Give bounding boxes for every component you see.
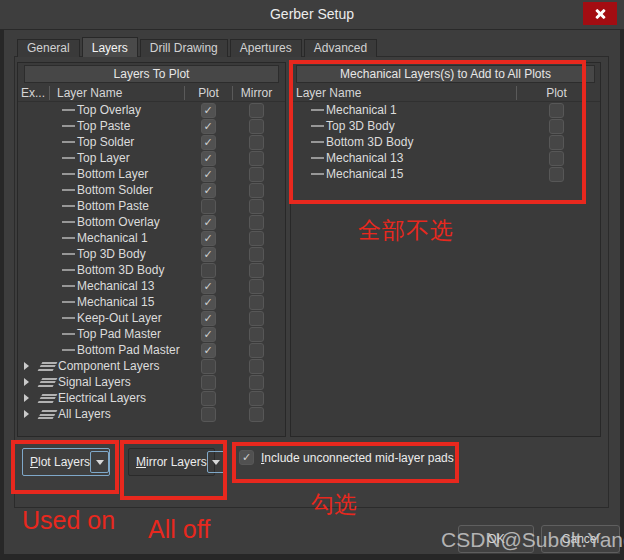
plot-checkbox[interactable] — [201, 375, 216, 390]
mirror-checkbox[interactable] — [249, 151, 264, 166]
column-plot[interactable]: Plot — [516, 86, 596, 100]
column-layer-name[interactable]: Layer Name — [49, 86, 184, 100]
plot-checkbox[interactable]: ✓ — [201, 135, 216, 150]
plot-checkbox[interactable] — [201, 359, 216, 374]
mirror-checkbox[interactable] — [249, 183, 264, 198]
plot-layers-dropdown-arrow[interactable] — [90, 451, 109, 473]
plot-checkbox[interactable]: ✓ — [201, 231, 216, 246]
mirror-checkbox[interactable] — [249, 295, 264, 310]
plot-checkbox[interactable] — [549, 135, 564, 150]
mirror-checkbox[interactable] — [249, 167, 264, 182]
plot-checkbox[interactable]: ✓ — [201, 215, 216, 230]
plot-checkbox[interactable] — [549, 103, 564, 118]
tab-layers[interactable]: Layers — [82, 37, 138, 57]
plot-checkbox[interactable]: ✓ — [201, 119, 216, 134]
column-layer-name[interactable]: Layer Name — [291, 86, 516, 100]
mirror-checkbox[interactable] — [249, 119, 264, 134]
include-unconnected-pads-label: Include unconnected mid-layer pads — [261, 451, 454, 465]
mirror-checkbox[interactable] — [249, 231, 264, 246]
expand-arrow-icon[interactable] — [24, 394, 32, 402]
layer-row[interactable]: All Layers — [18, 406, 285, 422]
cancel-button[interactable]: Cancel — [541, 525, 620, 553]
mirror-checkbox[interactable] — [249, 327, 264, 342]
layer-name-label: Top Pad Master — [77, 327, 161, 341]
layer-row[interactable]: Signal Layers — [18, 374, 285, 390]
plot-checkbox[interactable]: ✓ — [201, 167, 216, 182]
mirror-checkbox[interactable] — [249, 263, 264, 278]
tab-drill-drawing[interactable]: Drill Drawing — [140, 39, 228, 57]
column-mirror[interactable]: Mirror — [232, 86, 280, 100]
plot-layers-dropdown-button[interactable]: Plot Layers — [22, 448, 110, 476]
layer-row[interactable]: Bottom Solder ✓ — [18, 182, 285, 198]
plot-checkbox[interactable]: ✓ — [201, 311, 216, 326]
plot-checkbox[interactable]: ✓ — [201, 247, 216, 262]
plot-checkbox[interactable] — [201, 263, 216, 278]
layer-row[interactable]: Bottom Pad Master ✓ — [18, 342, 285, 358]
include-unconnected-pads-checkbox[interactable]: ✓ — [239, 450, 254, 465]
title-bar[interactable]: Gerber Setup — [0, 0, 624, 30]
mirror-layers-dropdown-button[interactable]: Mirror Layers — [128, 448, 215, 476]
layer-row[interactable]: Electrical Layers — [18, 390, 285, 406]
plot-checkbox[interactable] — [549, 167, 564, 182]
plot-checkbox[interactable]: ✓ — [201, 343, 216, 358]
mirror-checkbox[interactable] — [249, 311, 264, 326]
expand-arrow-icon[interactable] — [24, 362, 32, 370]
plot-checkbox[interactable] — [201, 391, 216, 406]
plot-checkbox[interactable] — [549, 119, 564, 134]
layer-row[interactable]: Bottom Overlay ✓ — [18, 214, 285, 230]
layer-color-icon — [62, 157, 75, 159]
tab-general[interactable]: General — [17, 39, 80, 57]
layer-row[interactable]: Component Layers — [18, 358, 285, 374]
expand-arrow-icon[interactable] — [24, 378, 32, 386]
layer-row[interactable]: Top Pad Master ✓ — [18, 326, 285, 342]
layer-row[interactable]: Mechanical 13 — [291, 150, 600, 166]
plot-checkbox[interactable]: ✓ — [201, 151, 216, 166]
mechanical-layers-column-header[interactable]: Layer Name Plot — [291, 84, 600, 102]
plot-checkbox[interactable] — [201, 199, 216, 214]
mirror-checkbox[interactable] — [249, 391, 264, 406]
plot-checkbox[interactable]: ✓ — [201, 279, 216, 294]
mirror-checkbox[interactable] — [249, 359, 264, 374]
layer-row[interactable]: Mechanical 15 — [291, 166, 600, 182]
plot-checkbox[interactable]: ✓ — [201, 295, 216, 310]
layer-row[interactable]: Bottom 3D Body — [18, 262, 285, 278]
layer-row[interactable]: Mechanical 15 ✓ — [18, 294, 285, 310]
plot-checkbox[interactable]: ✓ — [201, 183, 216, 198]
close-button[interactable] — [583, 2, 617, 25]
layer-row[interactable]: Keep-Out Layer ✓ — [18, 310, 285, 326]
mirror-checkbox[interactable] — [249, 215, 264, 230]
mirror-checkbox[interactable] — [249, 247, 264, 262]
include-unconnected-pads-checkbox-group[interactable]: ✓ Include unconnected mid-layer pads — [239, 450, 454, 465]
layer-row[interactable]: Mechanical 13 ✓ — [18, 278, 285, 294]
mirror-checkbox[interactable] — [249, 103, 264, 118]
column-plot[interactable]: Plot — [184, 86, 232, 100]
mirror-layers-dropdown-arrow[interactable] — [207, 451, 226, 473]
mirror-checkbox[interactable] — [249, 279, 264, 294]
layer-row[interactable]: Bottom 3D Body — [291, 134, 600, 150]
ok-button[interactable]: OK — [458, 525, 534, 553]
layer-row[interactable]: Top Overlay ✓ — [18, 102, 285, 118]
expand-arrow-icon[interactable] — [24, 410, 32, 418]
layers-to-plot-column-header[interactable]: Ex... Layer Name Plot Mirror — [18, 84, 285, 102]
plot-checkbox[interactable]: ✓ — [201, 103, 216, 118]
mirror-checkbox[interactable] — [249, 407, 264, 422]
layer-row[interactable]: Bottom Layer ✓ — [18, 166, 285, 182]
layer-row[interactable]: Top Layer ✓ — [18, 150, 285, 166]
tab-apertures[interactable]: Apertures — [230, 39, 302, 57]
layer-row[interactable]: Top Solder ✓ — [18, 134, 285, 150]
plot-checkbox[interactable] — [201, 407, 216, 422]
layer-row[interactable]: Top 3D Body — [291, 118, 600, 134]
layer-row[interactable]: Mechanical 1 ✓ — [18, 230, 285, 246]
mirror-checkbox[interactable] — [249, 375, 264, 390]
plot-checkbox[interactable]: ✓ — [201, 327, 216, 342]
mirror-checkbox[interactable] — [249, 199, 264, 214]
layer-row[interactable]: Bottom Paste — [18, 198, 285, 214]
mirror-checkbox[interactable] — [249, 135, 264, 150]
plot-checkbox[interactable] — [549, 151, 564, 166]
mirror-checkbox[interactable] — [249, 343, 264, 358]
layer-row[interactable]: Mechanical 1 — [291, 102, 600, 118]
layer-row[interactable]: Top 3D Body ✓ — [18, 246, 285, 262]
tab-advanced[interactable]: Advanced — [304, 39, 377, 57]
column-ext[interactable]: Ex... — [18, 86, 49, 100]
layer-row[interactable]: Top Paste ✓ — [18, 118, 285, 134]
